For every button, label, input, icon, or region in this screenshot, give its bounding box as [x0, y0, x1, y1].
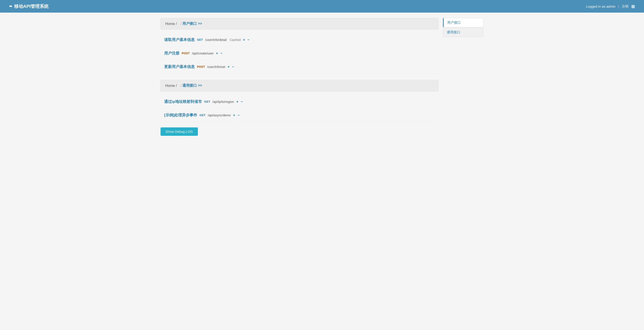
method-badge-get-1: GET [197, 38, 203, 42]
user-section-header: Home / / 用户接口 >> [160, 18, 438, 30]
api-name-update: 更新用户基本信息 [164, 64, 195, 69]
main-container: Home / / 用户接口 >> 读取用户基本信息 GET /user/info… [153, 13, 491, 141]
api-add-btn-2[interactable]: + [216, 51, 218, 56]
api-add-btn-3[interactable]: + [228, 65, 230, 69]
app-title: ❧ 移动API管理系统 [9, 3, 48, 10]
breadcrumb-current-2[interactable]: 通用接口 >> [182, 83, 202, 88]
api-tilde-btn-4[interactable]: ~ [241, 100, 243, 104]
api-name-read-user: 读取用户基本信息 [164, 37, 195, 42]
api-name-ip-region: 通过ip地址映射到省市 [164, 99, 202, 104]
sidebar: 用户接口 通用接口 [443, 18, 484, 136]
header-separator: | [618, 5, 619, 8]
method-badge-post-2: POST [197, 65, 205, 69]
content-area: Home / / 用户接口 >> 读取用户基本信息 GET /user/info… [160, 18, 438, 136]
api-register-user: 用户注册 POST /api/create/user + ~ [160, 47, 438, 60]
breadcrumb-current-1[interactable]: 用户接口 >> [182, 21, 202, 26]
api-read-user-info: 读取用户基本信息 GET /user/info/detail Cached + … [160, 33, 438, 47]
api-tilde-btn-1[interactable]: ~ [247, 38, 250, 42]
sidebar-item-common-api[interactable]: 通用接口 [443, 28, 484, 37]
api-add-btn-1[interactable]: + [243, 38, 245, 42]
api-name-async: [示例]处理异步事件 [164, 113, 197, 118]
breadcrumb-sep-1: / [180, 22, 182, 26]
common-section-header: Home / / 通用接口 >> [160, 80, 438, 91]
common-section: Home / / 通用接口 >> 通过ip地址映射到省市 GET /api/ip… [160, 80, 438, 122]
breadcrumb-home-2: Home / [165, 84, 177, 88]
api-name-register: 用户注册 [164, 51, 180, 56]
api-add-btn-4[interactable]: + [236, 100, 238, 104]
header-right: Logged in as admin | 注销 ▦ [586, 4, 635, 9]
api-path-4: /api/ip/to/region [212, 100, 234, 104]
header: ❧ 移动API管理系统 Logged in as admin | 注销 ▦ [0, 0, 644, 13]
api-ip-region: 通过ip地址映射到省市 GET /api/ip/to/region + ~ [160, 95, 438, 109]
method-badge-get-2: GET [204, 100, 210, 104]
api-path-2: /api/create/user [192, 52, 214, 55]
breadcrumb-home-1: Home / [165, 22, 177, 26]
logout-link[interactable]: 注销 [622, 4, 628, 9]
api-tilde-btn-3[interactable]: ~ [232, 65, 234, 69]
user-section: Home / / 用户接口 >> 读取用户基本信息 GET /user/info… [160, 18, 438, 74]
api-add-btn-5[interactable]: + [233, 113, 235, 118]
api-tilde-btn-2[interactable]: ~ [220, 51, 222, 56]
method-badge-post-1: POST [182, 51, 190, 55]
cached-badge: Cached [230, 38, 240, 42]
app-title-text: 移动API管理系统 [14, 3, 48, 10]
api-update-user-info: 更新用户基本信息 POST /user/info/set + ~ [160, 60, 438, 74]
api-path-5: /api/async/demo [208, 113, 231, 117]
api-path-1: /user/info/detail [205, 38, 227, 42]
logged-in-text: Logged in as admin [586, 5, 616, 8]
breadcrumb-slash-2 [178, 84, 179, 88]
method-badge-get-3: GET [200, 113, 206, 117]
debug-button[interactable]: Show Debug LOG [160, 127, 198, 136]
settings-icon[interactable]: ▦ [631, 4, 635, 9]
api-path-3: /user/info/set [207, 65, 225, 69]
breadcrumb-slash-1 [178, 22, 179, 26]
sidebar-item-user-api[interactable]: 用户接口 [443, 18, 484, 27]
api-tilde-btn-5[interactable]: ~ [238, 113, 240, 118]
leaf-icon: ❧ [9, 4, 12, 9]
breadcrumb-sep-2: / [180, 84, 182, 88]
api-async-demo: [示例]处理异步事件 GET /api/async/demo + ~ [160, 109, 438, 122]
